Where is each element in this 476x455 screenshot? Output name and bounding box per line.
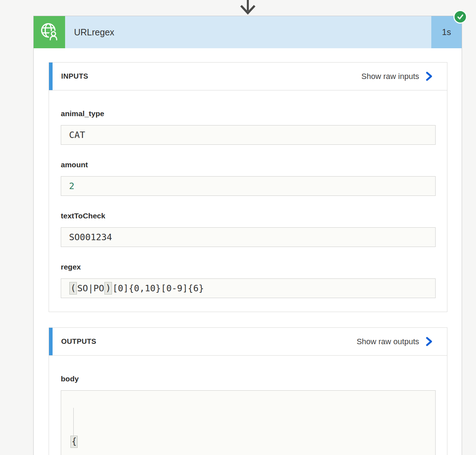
action-card-urlregex: URLregex 1s INPUTS Show raw inputs anima… [33,16,462,455]
field-value: SO|PO [77,283,104,293]
check-icon [455,12,465,22]
field-body: body { "textToCheck":"SO001234", "isMatc… [61,374,436,455]
field-animal-type: animal_type CAT [61,109,436,145]
field-value-box: 2 [61,176,436,196]
field-value-box: CAT [61,125,436,145]
matched-bracket: ( [69,282,77,295]
field-regex: regex (SO|PO)[0]{0,10}[0-9]{6} [61,262,436,298]
status-succeeded-badge [453,10,467,24]
chevron-right-icon [425,71,433,81]
field-value: SO001234 [69,232,112,242]
flow-run-canvas: URLregex 1s INPUTS Show raw inputs anima… [0,0,476,455]
arrow-down-icon [239,0,257,15]
inputs-section-header: INPUTS Show raw inputs [49,63,447,90]
chevron-right-icon [425,337,433,346]
outputs-body: body { "textToCheck":"SO001234", "isMatc… [49,356,447,455]
field-text-to-check: textToCheck SO001234 [61,211,436,247]
outputs-section: OUTPUTS Show raw outputs body { "textToC… [49,327,447,455]
inputs-accent-bar [49,63,53,90]
outputs-section-header: OUTPUTS Show raw outputs [49,328,447,356]
outputs-accent-bar [49,328,53,355]
field-label: body [61,374,436,384]
show-raw-inputs-link[interactable]: Show raw inputs [362,71,433,81]
show-raw-inputs-label: Show raw inputs [362,72,419,81]
field-label: amount [61,160,436,169]
field-label: textToCheck [61,211,436,221]
globe-user-icon [34,16,65,48]
inputs-section: INPUTS Show raw inputs animal_type CAT a… [49,62,447,312]
inputs-title: INPUTS [61,72,88,80]
field-value: CAT [69,130,85,140]
show-raw-outputs-link[interactable]: Show raw outputs [357,337,433,346]
action-title: URLregex [65,16,431,48]
code-line: { [70,435,428,448]
matched-bracket: ) [104,282,112,295]
outputs-title: OUTPUTS [61,337,96,346]
inputs-body: animal_type CAT amount 2 textToCheck SO0… [49,90,447,312]
field-value: 2 [69,181,74,191]
field-amount: amount 2 [61,160,436,196]
field-value-box: (SO|PO)[0]{0,10}[0-9]{6} [61,278,436,298]
matched-bracket: { [70,436,78,448]
field-label: animal_type [61,109,436,118]
action-header[interactable]: URLregex 1s [34,16,462,48]
show-raw-outputs-label: Show raw outputs [357,337,419,346]
field-label: regex [61,262,436,272]
field-value: [0]{0,10}[0-9]{6} [112,283,204,293]
field-value-box: SO001234 [61,227,436,247]
body-json-viewer: { "textToCheck":"SO001234", "isMatch":tr… [61,390,436,455]
